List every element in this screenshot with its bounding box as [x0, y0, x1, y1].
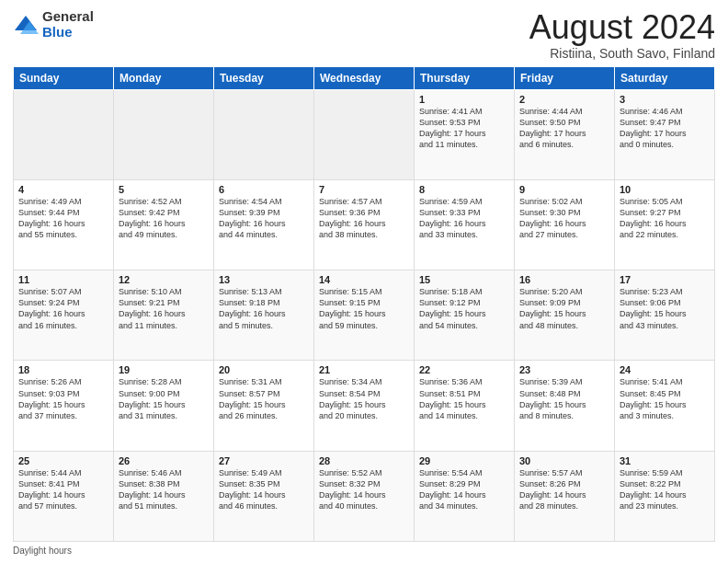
header-weekday-tuesday: Tuesday [214, 66, 314, 89]
day-content: Sunrise: 5:07 AM Sunset: 9:24 PM Dayligh… [18, 286, 108, 331]
day-content: Sunrise: 4:52 AM Sunset: 9:42 PM Dayligh… [119, 196, 209, 241]
calendar-cell: 4Sunrise: 4:49 AM Sunset: 9:44 PM Daylig… [14, 179, 114, 270]
calendar-cell [114, 89, 214, 179]
day-number: 31 [620, 455, 710, 466]
day-content: Sunrise: 5:20 AM Sunset: 9:09 PM Dayligh… [519, 286, 609, 331]
calendar-cell: 26Sunrise: 5:46 AM Sunset: 8:38 PM Dayli… [114, 451, 214, 541]
day-number: 4 [18, 184, 108, 195]
day-content: Sunrise: 5:59 AM Sunset: 8:22 PM Dayligh… [620, 467, 710, 512]
day-content: Sunrise: 4:44 AM Sunset: 9:50 PM Dayligh… [519, 106, 609, 151]
calendar-cell: 24Sunrise: 5:41 AM Sunset: 8:45 PM Dayli… [615, 361, 715, 451]
calendar-cell: 1Sunrise: 4:41 AM Sunset: 9:53 PM Daylig… [415, 89, 515, 179]
calendar-cell: 15Sunrise: 5:18 AM Sunset: 9:12 PM Dayli… [415, 270, 515, 361]
day-number: 29 [419, 455, 509, 466]
day-content: Sunrise: 5:13 AM Sunset: 9:18 PM Dayligh… [219, 286, 309, 331]
calendar-cell: 10Sunrise: 5:05 AM Sunset: 9:27 PM Dayli… [615, 179, 715, 270]
day-number: 6 [219, 184, 309, 195]
day-number: 22 [419, 364, 509, 375]
calendar-cell: 12Sunrise: 5:10 AM Sunset: 9:21 PM Dayli… [114, 270, 214, 361]
day-number: 20 [219, 364, 309, 375]
day-content: Sunrise: 4:59 AM Sunset: 9:33 PM Dayligh… [419, 196, 509, 241]
day-number: 8 [419, 184, 509, 195]
calendar-subtitle: Ristiina, South Savo, Finland [529, 46, 715, 61]
title-section: August 2024 Ristiina, South Savo, Finlan… [529, 9, 715, 61]
day-content: Sunrise: 5:18 AM Sunset: 9:12 PM Dayligh… [419, 286, 509, 331]
day-content: Sunrise: 5:15 AM Sunset: 9:15 PM Dayligh… [319, 286, 409, 331]
day-number: 16 [519, 274, 609, 285]
calendar-cell [314, 89, 415, 179]
day-number: 2 [519, 94, 609, 105]
calendar-cell: 3Sunrise: 4:46 AM Sunset: 9:47 PM Daylig… [615, 89, 715, 179]
calendar-cell: 6Sunrise: 4:54 AM Sunset: 9:39 PM Daylig… [214, 179, 314, 270]
calendar-body: 1Sunrise: 4:41 AM Sunset: 9:53 PM Daylig… [14, 89, 715, 541]
top-section: General Blue August 2024 Ristiina, South… [13, 9, 715, 61]
day-content: Sunrise: 5:26 AM Sunset: 9:03 PM Dayligh… [18, 376, 108, 421]
calendar-cell [214, 89, 314, 179]
day-content: Sunrise: 4:46 AM Sunset: 9:47 PM Dayligh… [620, 106, 710, 151]
logo-icon [13, 12, 39, 38]
day-number: 13 [219, 274, 309, 285]
calendar-cell: 25Sunrise: 5:44 AM Sunset: 8:41 PM Dayli… [14, 451, 114, 541]
day-number: 24 [620, 364, 710, 375]
week-row-4: 18Sunrise: 5:26 AM Sunset: 9:03 PM Dayli… [14, 361, 715, 451]
day-number: 30 [519, 455, 609, 466]
calendar-cell [14, 89, 114, 179]
calendar-table: SundayMondayTuesdayWednesdayThursdayFrid… [13, 66, 715, 542]
day-content: Sunrise: 5:44 AM Sunset: 8:41 PM Dayligh… [18, 467, 108, 512]
day-number: 7 [319, 184, 409, 195]
day-content: Sunrise: 5:23 AM Sunset: 9:06 PM Dayligh… [620, 286, 710, 331]
calendar-cell: 21Sunrise: 5:34 AM Sunset: 8:54 PM Dayli… [314, 361, 415, 451]
day-content: Sunrise: 5:34 AM Sunset: 8:54 PM Dayligh… [319, 376, 409, 421]
day-content: Sunrise: 5:54 AM Sunset: 8:29 PM Dayligh… [419, 467, 509, 512]
day-content: Sunrise: 4:57 AM Sunset: 9:36 PM Dayligh… [319, 196, 409, 241]
calendar-cell: 2Sunrise: 4:44 AM Sunset: 9:50 PM Daylig… [515, 89, 615, 179]
day-content: Sunrise: 4:49 AM Sunset: 9:44 PM Dayligh… [18, 196, 108, 241]
day-content: Sunrise: 5:41 AM Sunset: 8:45 PM Dayligh… [620, 376, 710, 421]
day-number: 17 [620, 274, 710, 285]
calendar-cell: 27Sunrise: 5:49 AM Sunset: 8:35 PM Dayli… [214, 451, 314, 541]
header-weekday-saturday: Saturday [615, 66, 715, 89]
day-content: Sunrise: 5:31 AM Sunset: 8:57 PM Dayligh… [219, 376, 309, 421]
day-content: Sunrise: 5:05 AM Sunset: 9:27 PM Dayligh… [620, 196, 710, 241]
calendar-cell: 16Sunrise: 5:20 AM Sunset: 9:09 PM Dayli… [515, 270, 615, 361]
calendar-cell: 20Sunrise: 5:31 AM Sunset: 8:57 PM Dayli… [214, 361, 314, 451]
day-content: Sunrise: 5:49 AM Sunset: 8:35 PM Dayligh… [219, 467, 309, 512]
week-row-5: 25Sunrise: 5:44 AM Sunset: 8:41 PM Dayli… [14, 451, 715, 541]
day-number: 27 [219, 455, 309, 466]
header-weekday-sunday: Sunday [14, 66, 114, 89]
day-content: Sunrise: 5:57 AM Sunset: 8:26 PM Dayligh… [519, 467, 609, 512]
header-weekday-thursday: Thursday [415, 66, 515, 89]
day-number: 26 [119, 455, 209, 466]
day-content: Sunrise: 5:52 AM Sunset: 8:32 PM Dayligh… [319, 467, 409, 512]
day-content: Sunrise: 5:02 AM Sunset: 9:30 PM Dayligh… [519, 196, 609, 241]
header-weekday-wednesday: Wednesday [314, 66, 415, 89]
day-number: 3 [620, 94, 710, 105]
day-number: 15 [419, 274, 509, 285]
day-content: Sunrise: 5:10 AM Sunset: 9:21 PM Dayligh… [119, 286, 209, 331]
week-row-3: 11Sunrise: 5:07 AM Sunset: 9:24 PM Dayli… [14, 270, 715, 361]
day-number: 9 [519, 184, 609, 195]
logo-general: General [42, 9, 94, 25]
calendar-title: August 2024 [529, 9, 715, 46]
calendar-header: SundayMondayTuesdayWednesdayThursdayFrid… [14, 66, 715, 89]
calendar-cell: 8Sunrise: 4:59 AM Sunset: 9:33 PM Daylig… [415, 179, 515, 270]
header-weekday-friday: Friday [515, 66, 615, 89]
calendar-cell: 11Sunrise: 5:07 AM Sunset: 9:24 PM Dayli… [14, 270, 114, 361]
day-number: 19 [119, 364, 209, 375]
calendar-cell: 14Sunrise: 5:15 AM Sunset: 9:15 PM Dayli… [314, 270, 415, 361]
day-number: 5 [119, 184, 209, 195]
day-number: 10 [620, 184, 710, 195]
day-number: 21 [319, 364, 409, 375]
day-content: Sunrise: 4:54 AM Sunset: 9:39 PM Dayligh… [219, 196, 309, 241]
logo: General Blue [13, 9, 94, 40]
calendar-cell: 22Sunrise: 5:36 AM Sunset: 8:51 PM Dayli… [415, 361, 515, 451]
day-content: Sunrise: 5:36 AM Sunset: 8:51 PM Dayligh… [419, 376, 509, 421]
week-row-1: 1Sunrise: 4:41 AM Sunset: 9:53 PM Daylig… [14, 89, 715, 179]
calendar-cell: 28Sunrise: 5:52 AM Sunset: 8:32 PM Dayli… [314, 451, 415, 541]
week-row-2: 4Sunrise: 4:49 AM Sunset: 9:44 PM Daylig… [14, 179, 715, 270]
footer-note-text: Daylight hours [13, 546, 72, 556]
day-number: 1 [419, 94, 509, 105]
calendar-cell: 17Sunrise: 5:23 AM Sunset: 9:06 PM Dayli… [615, 270, 715, 361]
logo-text: General Blue [42, 9, 94, 40]
day-number: 18 [18, 364, 108, 375]
